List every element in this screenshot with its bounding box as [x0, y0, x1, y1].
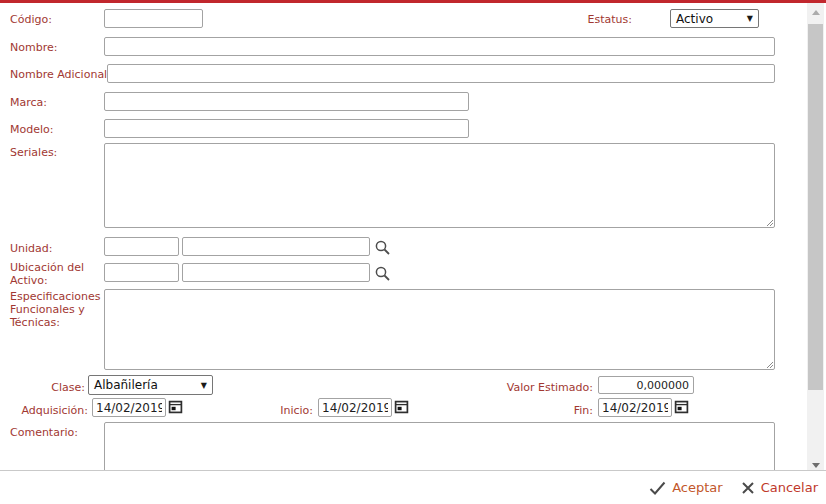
comentario-textarea[interactable] — [104, 422, 775, 474]
calendar-icon[interactable] — [394, 399, 409, 414]
calendar-icon[interactable] — [674, 399, 689, 414]
unidad-label: Unidad: — [10, 242, 53, 255]
especificaciones-textarea[interactable] — [104, 289, 775, 370]
inicio-label: Inicio: — [280, 404, 313, 417]
top-accent-line — [0, 0, 826, 3]
triangle-up-icon — [812, 10, 820, 15]
accept-label: Aceptar — [672, 481, 722, 495]
ubicacion-name-input[interactable] — [182, 263, 370, 282]
fin-label: Fin: — [574, 404, 593, 417]
valor-estimado-label: Valor Estimado: — [507, 381, 593, 394]
action-bar: Aceptar Cancelar — [0, 470, 826, 504]
inicio-date-input[interactable] — [318, 398, 392, 417]
triangle-down-icon — [812, 463, 820, 468]
unidad-code-input[interactable] — [104, 237, 179, 256]
scrollbar-up-button[interactable] — [807, 5, 824, 20]
codigo-input[interactable] — [104, 9, 203, 28]
adquisicion-date-input[interactable] — [92, 398, 166, 417]
fin-date-input[interactable] — [598, 398, 672, 417]
modelo-input[interactable] — [104, 119, 469, 138]
clase-label: Clase: — [51, 381, 85, 394]
nombre-adicional-input[interactable] — [107, 64, 775, 83]
nombre-label: Nombre: — [10, 41, 57, 54]
nombre-adicional-label: Nombre Adicional: — [10, 68, 111, 81]
calendar-icon[interactable] — [168, 399, 183, 414]
chevron-down-icon: ▼ — [195, 381, 207, 390]
chevron-down-icon: ▼ — [741, 14, 753, 23]
valor-estimado-input[interactable] — [598, 376, 694, 394]
especificaciones-label: Especificaciones Funcionales y Técnicas: — [10, 290, 110, 329]
x-icon — [741, 481, 755, 495]
search-icon[interactable] — [374, 265, 391, 282]
adquisicion-label: Adquisición: — [21, 404, 88, 417]
unidad-name-input[interactable] — [182, 237, 370, 256]
seriales-textarea[interactable] — [104, 143, 775, 228]
cancel-label: Cancelar — [761, 481, 818, 495]
estatus-select[interactable]: Activo ▼ — [670, 9, 759, 28]
vertical-scrollbar[interactable] — [807, 3, 824, 477]
clase-select[interactable]: Albañilería ▼ — [88, 375, 213, 395]
nombre-input[interactable] — [104, 37, 775, 56]
comentario-label: Comentario: — [10, 426, 78, 439]
estatus-selected-value: Activo — [676, 12, 713, 26]
seriales-label: Seriales: — [10, 146, 57, 159]
ubicacion-activo-label: Ubicación del Activo: — [10, 261, 98, 287]
cancel-button[interactable]: Cancelar — [741, 481, 818, 495]
marca-input[interactable] — [104, 92, 469, 111]
accept-button[interactable]: Aceptar — [649, 481, 722, 495]
modelo-label: Modelo: — [10, 123, 53, 136]
asset-form-page: Código: Estatus: Activo ▼ Nombre: Nombre… — [0, 0, 826, 504]
ubicacion-code-input[interactable] — [104, 263, 179, 282]
clase-selected-value: Albañilería — [94, 378, 158, 392]
scrollbar-thumb[interactable] — [808, 24, 823, 390]
estatus-label: Estatus: — [588, 13, 632, 26]
check-icon — [649, 481, 666, 495]
codigo-label: Código: — [10, 13, 52, 26]
search-icon[interactable] — [374, 239, 391, 256]
marca-label: Marca: — [10, 96, 47, 109]
